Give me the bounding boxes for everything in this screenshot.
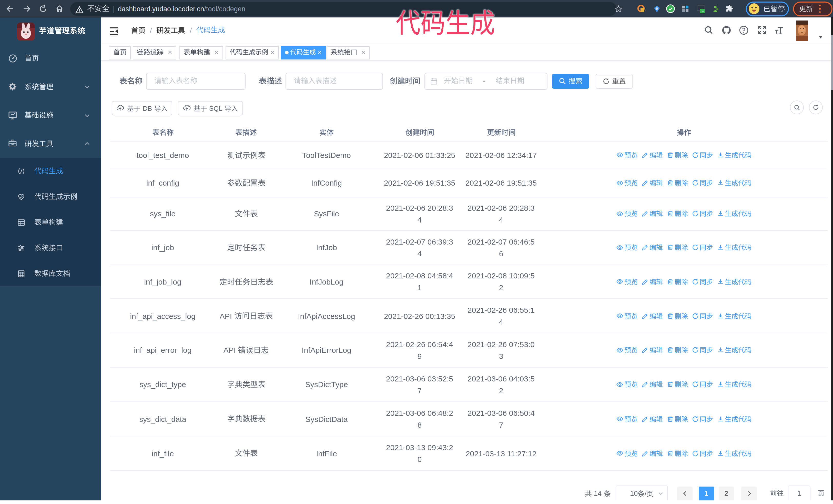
svg-text:on: on [700, 9, 704, 13]
